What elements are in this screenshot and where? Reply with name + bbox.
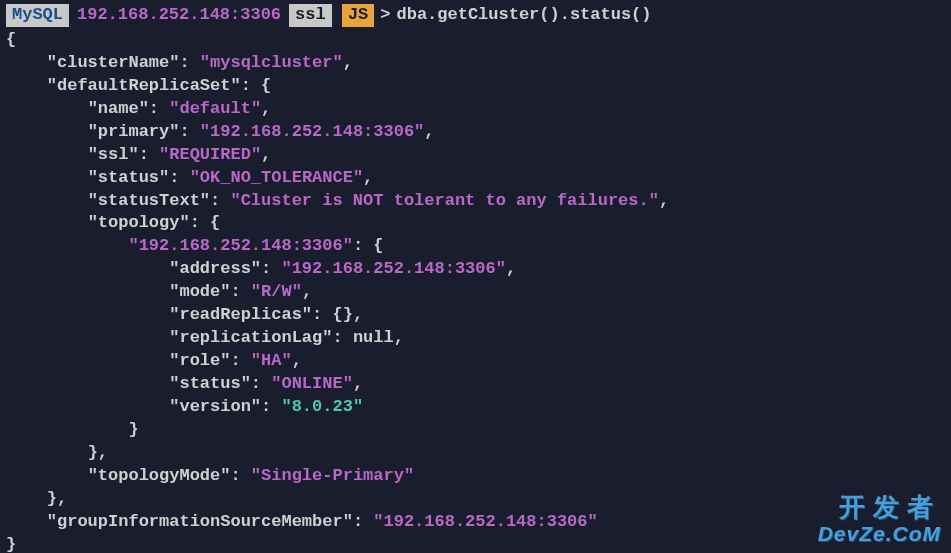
ssl-badge: ssl [289, 4, 332, 27]
group-info-source: 192.168.252.148:3306 [383, 512, 587, 531]
watermark-cn: 开发者 [818, 493, 941, 522]
js-mode-badge: JS [342, 4, 374, 27]
topology-key: 192.168.252.148:3306 [139, 236, 343, 255]
watermark: 开发者 DevZe.CoM [818, 493, 941, 545]
node-address: 192.168.252.148:3306 [292, 259, 496, 278]
read-replicas: {} [332, 305, 352, 324]
node-role: HA [261, 351, 281, 370]
status-value: OK_NO_TOLERANCE [200, 168, 353, 187]
replica-name: default [179, 99, 250, 118]
command-input[interactable]: dba.getCluster().status() [396, 4, 651, 27]
replication-lag: null [353, 328, 394, 347]
topology-mode: Single-Primary [261, 466, 404, 485]
watermark-en: DevZe.CoM [818, 522, 941, 545]
ssl-value: REQUIRED [169, 145, 251, 164]
prompt-arrow: > [374, 4, 396, 27]
node-mode: R/W [261, 282, 292, 301]
cluster-name: mysqlcluster [210, 53, 332, 72]
status-text: Cluster is NOT tolerant to any failures. [241, 191, 649, 210]
node-version: 8.0.23 [292, 397, 353, 416]
shell-prompt[interactable]: MySQL 192.168.252.148:3306 ssl JS > dba.… [6, 4, 945, 27]
host-badge: 192.168.252.148:3306 [69, 4, 289, 27]
json-output: { "clusterName": "mysqlcluster", "defaul… [6, 29, 945, 553]
mysql-badge: MySQL [6, 4, 69, 27]
primary-host: 192.168.252.148:3306 [210, 122, 414, 141]
node-status: ONLINE [281, 374, 342, 393]
